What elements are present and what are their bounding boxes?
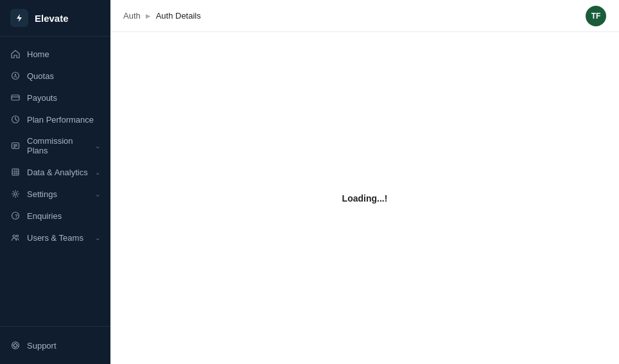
breadcrumb-separator: ►	[144, 12, 152, 21]
svg-point-18	[13, 235, 15, 238]
svg-point-21	[14, 344, 17, 347]
main-content: Auth ► Auth Details TF Loading...!	[110, 0, 619, 364]
commission-plans-icon	[10, 141, 21, 151]
plan-performance-label: Plan Performance	[27, 115, 100, 125]
content-area: Loading...!	[110, 32, 619, 364]
sidebar-footer: Support	[0, 326, 110, 364]
payouts-label: Payouts	[27, 93, 100, 103]
settings-label: Settings	[27, 189, 89, 199]
sidebar-item-quotas[interactable]: Quotas	[0, 65, 110, 87]
sidebar-item-plan-performance[interactable]: Plan Performance	[0, 108, 110, 130]
home-icon	[10, 49, 21, 59]
svg-point-1	[12, 73, 19, 80]
app-name: Elevate	[35, 13, 69, 24]
svg-point-19	[17, 235, 19, 237]
data-analytics-label: Data & Analytics	[27, 168, 89, 177]
support-icon	[10, 340, 21, 351]
svg-point-15	[14, 193, 17, 195]
home-label: Home	[27, 49, 100, 59]
data-analytics-icon	[10, 167, 21, 177]
enquiries-icon: ?	[10, 211, 21, 221]
chevron-down-icon: ⌄	[95, 169, 100, 176]
sidebar-item-home[interactable]: Home	[0, 43, 110, 65]
enquiries-label: Enquiries	[27, 211, 100, 221]
sidebar-item-support[interactable]: Support	[10, 334, 100, 356]
quotas-label: Quotas	[27, 71, 100, 81]
sidebar-navigation: Home Quotas Payouts	[0, 37, 110, 326]
payouts-icon	[10, 92, 21, 103]
chevron-down-icon: ⌄	[95, 234, 100, 241]
sidebar-logo[interactable]: Elevate	[0, 0, 110, 37]
sidebar-item-settings[interactable]: Settings ⌄	[0, 183, 110, 205]
logo-icon	[10, 9, 28, 27]
sidebar-item-data-analytics[interactable]: Data & Analytics ⌄	[0, 161, 110, 183]
svg-rect-3	[12, 95, 19, 100]
plan-performance-icon	[10, 114, 21, 125]
svg-rect-10	[12, 169, 19, 175]
sidebar-item-users-teams[interactable]: Users & Teams ⌄	[0, 227, 110, 248]
quotas-icon	[10, 71, 21, 81]
commission-plans-label: Commission Plans	[27, 136, 89, 155]
chevron-down-icon: ⌄	[95, 191, 100, 198]
settings-icon	[10, 189, 21, 199]
chevron-down-icon: ⌄	[95, 143, 100, 150]
breadcrumb: Auth ► Auth Details	[123, 11, 201, 21]
sidebar-item-enquiries[interactable]: ? Enquiries	[0, 205, 110, 227]
users-teams-label: Users & Teams	[27, 233, 89, 243]
support-label: Support	[27, 341, 90, 351]
svg-text:?: ?	[15, 213, 18, 219]
breadcrumb-parent: Auth	[123, 11, 141, 21]
svg-point-2	[15, 74, 16, 75]
avatar[interactable]: TF	[586, 6, 606, 26]
loading-message: Loading...!	[342, 193, 388, 204]
sidebar: Elevate Home Quotas	[0, 0, 110, 364]
sidebar-item-commission-plans[interactable]: Commission Plans ⌄	[0, 130, 110, 161]
users-teams-icon	[10, 232, 21, 243]
breadcrumb-current: Auth Details	[156, 11, 201, 21]
sidebar-item-payouts[interactable]: Payouts	[0, 87, 110, 108]
svg-marker-0	[17, 14, 22, 22]
topbar: Auth ► Auth Details TF	[110, 0, 619, 32]
